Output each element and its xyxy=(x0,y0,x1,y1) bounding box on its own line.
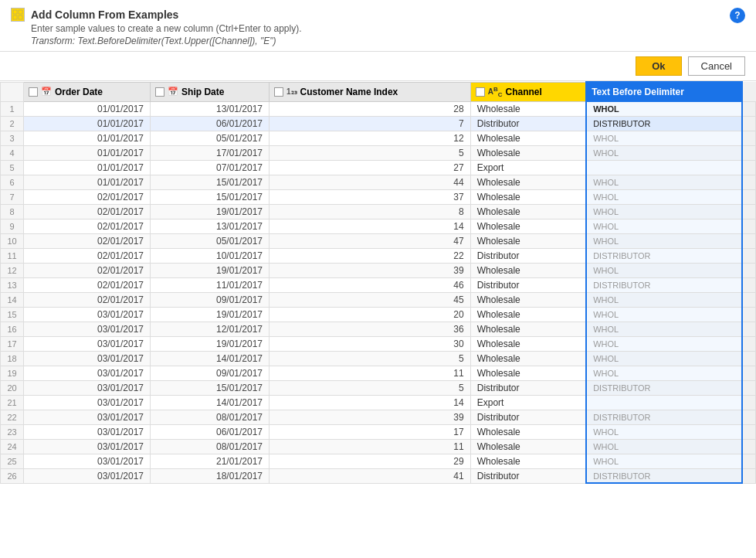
col-header-tbd[interactable]: Text Before Delimiter xyxy=(586,82,741,101)
table-row-num: 23 xyxy=(1,424,24,439)
col-header-ship-date[interactable]: 📅 Ship Date xyxy=(151,82,270,101)
table-cell-ship-date: 19/01/2017 xyxy=(151,263,270,277)
table-cell-cni: 29 xyxy=(270,454,471,468)
table-cell-ship-date: 10/01/2017 xyxy=(151,248,270,263)
table-cell-channel: Wholesale xyxy=(470,336,586,351)
scrollbar-spacer xyxy=(742,424,756,439)
table-cell-cni: 5 xyxy=(270,145,471,160)
table-cell-tbd[interactable]: WHOL xyxy=(586,454,741,468)
table-cell-cni: 5 xyxy=(270,351,471,366)
table-row-num: 14 xyxy=(1,292,24,307)
table-cell-ship-date: 09/01/2017 xyxy=(151,366,270,380)
col-checkbox-channel[interactable] xyxy=(476,87,485,97)
table-cell-channel: Distributor xyxy=(470,468,586,483)
scrollbar-spacer xyxy=(742,145,756,160)
dialog-header: Add Column From Examples ? Enter sample … xyxy=(0,0,756,52)
table-cell-tbd[interactable]: WHOL xyxy=(586,292,741,307)
table-cell-cni: 39 xyxy=(270,410,471,424)
table-cell-tbd[interactable]: WHOL xyxy=(586,263,741,277)
svg-rect-2 xyxy=(13,15,17,19)
table-cell-channel: Distributor xyxy=(470,410,586,424)
table-cell-tbd[interactable]: WHOL xyxy=(586,336,741,351)
table-cell-tbd[interactable]: DISTRIBUTOR xyxy=(586,116,741,131)
help-icon[interactable]: ? xyxy=(730,8,745,23)
table-cell-tbd[interactable]: DISTRIBUTOR xyxy=(586,248,741,263)
table-cell-order-date: 03/01/2017 xyxy=(24,468,151,483)
table-cell-order-date: 01/01/2017 xyxy=(24,131,151,145)
table-cell-order-date: 01/01/2017 xyxy=(24,175,151,189)
table-cell-ship-date: 05/01/2017 xyxy=(151,233,270,248)
data-table-container[interactable]: 📅 Order Date 📅 Ship Date xyxy=(0,81,756,558)
table-cell-tbd[interactable]: WHOL xyxy=(586,204,741,219)
table-cell-cni: 14 xyxy=(270,219,471,233)
table-cell-order-date: 03/01/2017 xyxy=(24,380,151,395)
table-cell-cni: 14 xyxy=(270,395,471,410)
table-cell-ship-date: 08/01/2017 xyxy=(151,410,270,424)
table-row-num: 18 xyxy=(1,351,24,366)
table-cell-order-date: 03/01/2017 xyxy=(24,424,151,439)
ok-button[interactable]: Ok xyxy=(636,56,681,76)
table-cell-cni: 27 xyxy=(270,160,471,175)
table-cell-ship-date: 05/01/2017 xyxy=(151,131,270,145)
abc-icon-channel: ABC xyxy=(488,86,503,98)
table-cell-tbd[interactable] xyxy=(586,395,741,410)
col-header-cni[interactable]: 1₂₃ Customer Name Index xyxy=(270,82,471,101)
table-cell-tbd[interactable]: WHOL xyxy=(586,145,741,160)
col-checkbox-cni[interactable] xyxy=(274,87,283,97)
table-cell-cni: 47 xyxy=(270,233,471,248)
table-cell-tbd[interactable]: DISTRIBUTOR xyxy=(586,277,741,292)
table-cell-ship-date: 11/01/2017 xyxy=(151,277,270,292)
table-cell-tbd[interactable]: DISTRIBUTOR xyxy=(586,468,741,483)
table-cell-tbd[interactable]: WHOL xyxy=(586,175,741,189)
table-cell-order-date: 03/01/2017 xyxy=(24,366,151,380)
table-row-num: 17 xyxy=(1,336,24,351)
table-cell-cni: 22 xyxy=(270,248,471,263)
table-cell-tbd[interactable] xyxy=(586,160,741,175)
table-cell-ship-date: 13/01/2017 xyxy=(151,101,270,116)
table-cell-channel: Wholesale xyxy=(470,189,586,204)
col-header-channel[interactable]: ABC Channel xyxy=(470,82,586,101)
table-cell-tbd[interactable]: WHOL xyxy=(586,351,741,366)
table-cell-tbd[interactable]: DISTRIBUTOR xyxy=(586,410,741,424)
table-cell-ship-date: 18/01/2017 xyxy=(151,468,270,483)
col-checkbox-ship-date[interactable] xyxy=(155,87,164,97)
table-cell-tbd[interactable]: WHOL xyxy=(586,101,741,116)
table-cell-channel: Wholesale xyxy=(470,233,586,248)
table-cell-channel: Wholesale xyxy=(470,366,586,380)
table-row-num: 13 xyxy=(1,277,24,292)
table-cell-tbd[interactable]: WHOL xyxy=(586,219,741,233)
table-cell-tbd[interactable]: WHOL xyxy=(586,322,741,336)
table-cell-tbd[interactable]: WHOL xyxy=(586,424,741,439)
table-cell-channel: Distributor xyxy=(470,380,586,395)
table-cell-tbd[interactable]: WHOL xyxy=(586,366,741,380)
table-cell-ship-date: 14/01/2017 xyxy=(151,351,270,366)
table-cell-tbd[interactable]: WHOL xyxy=(586,439,741,454)
table-row-num: 15 xyxy=(1,307,24,322)
col-header-order-date[interactable]: 📅 Order Date xyxy=(24,82,151,101)
svg-rect-0 xyxy=(13,10,17,14)
table-cell-tbd[interactable]: WHOL xyxy=(586,131,741,145)
table-cell-order-date: 03/01/2017 xyxy=(24,410,151,424)
table-cell-order-date: 01/01/2017 xyxy=(24,116,151,131)
scrollbar-spacer xyxy=(742,439,756,454)
table-cell-order-date: 02/01/2017 xyxy=(24,263,151,277)
table-cell-tbd[interactable]: DISTRIBUTOR xyxy=(586,380,741,395)
table-cell-tbd[interactable]: WHOL xyxy=(586,307,741,322)
table-cell-channel: Wholesale xyxy=(470,175,586,189)
scrollbar-spacer xyxy=(742,351,756,366)
number-icon-cni: 1₂₃ xyxy=(286,87,297,96)
table-cell-tbd[interactable]: WHOL xyxy=(586,233,741,248)
table-row-num: 22 xyxy=(1,410,24,424)
cancel-button[interactable]: Cancel xyxy=(688,56,745,76)
table-cell-channel: Wholesale xyxy=(470,351,586,366)
table-row-num: 12 xyxy=(1,263,24,277)
col-checkbox-order-date[interactable] xyxy=(29,87,38,97)
table-row-num: 8 xyxy=(1,204,24,219)
table-cell-order-date: 01/01/2017 xyxy=(24,160,151,175)
table-cell-channel: Export xyxy=(470,395,586,410)
table-cell-ship-date: 08/01/2017 xyxy=(151,439,270,454)
table-cell-tbd[interactable]: WHOL xyxy=(586,189,741,204)
table-cell-cni: 30 xyxy=(270,336,471,351)
scrollbar-spacer xyxy=(742,175,756,189)
table-row-num: 5 xyxy=(1,160,24,175)
